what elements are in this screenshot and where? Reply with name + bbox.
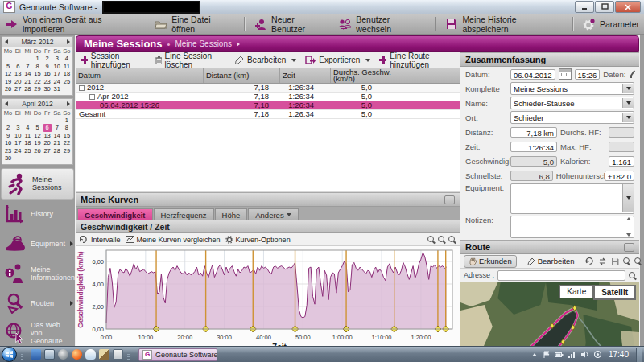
battery-icon[interactable] — [555, 352, 564, 358]
table-row[interactable]: Apr 20127,181:26:345,0 — [76, 93, 460, 101]
calendar-next-button[interactable] — [64, 101, 72, 106]
map-button-karte[interactable]: Karte — [559, 285, 593, 298]
calendar-day[interactable]: 24 — [13, 147, 23, 155]
sidebar-item-equipment[interactable]: Equipment — [0, 229, 75, 259]
calendar-day[interactable]: 22 — [32, 78, 42, 86]
action-center-flag-icon[interactable] — [543, 351, 550, 359]
firefox-icon[interactable] — [72, 349, 82, 360]
calendar-day[interactable]: 7 — [23, 63, 32, 71]
zoom-out-icon[interactable] — [438, 236, 445, 243]
calendar-day[interactable]: 6 — [43, 124, 52, 132]
date-field[interactable]: 06.04.2012 — [510, 69, 555, 80]
calendar-day[interactable]: 3 — [13, 124, 23, 132]
calendar-day[interactable]: 27 — [13, 85, 23, 93]
collapse-icon[interactable] — [79, 85, 85, 91]
tray-app-icon[interactable] — [594, 351, 601, 358]
select-arrow-icon[interactable] — [622, 184, 634, 212]
calendar-day[interactable]: 14 — [23, 70, 32, 78]
sidebar-item-history[interactable]: History — [0, 200, 75, 229]
save-history-button[interactable]: Meine Historie abspeichern — [444, 14, 564, 34]
calendar-day[interactable]: 16 — [43, 70, 52, 78]
calendar-day[interactable]: 13 — [13, 70, 23, 78]
distanz-field[interactable]: 7,18 km — [510, 127, 557, 138]
display-icon[interactable] — [44, 349, 55, 360]
select-arrow-icon[interactable] — [622, 113, 634, 122]
calendar-day[interactable]: 30 — [43, 85, 52, 93]
select-arrow-icon[interactable] — [622, 84, 634, 93]
detach-icon[interactable] — [624, 243, 634, 252]
calendar-day[interactable]: 9 — [43, 63, 52, 71]
address-search-icon[interactable] — [629, 272, 636, 279]
calendar-day[interactable]: 11 — [62, 63, 72, 71]
sidebar-item-das-web-von-geonaute[interactable]: Das Web von Geonaute — [0, 319, 75, 348]
calendar-day[interactable]: 25 — [23, 147, 32, 155]
add-session-button[interactable]: Session hinzufügen — [80, 51, 147, 69]
column-header-geschw[interactable]: Durchs. Geschw. (km/h) — [331, 68, 394, 83]
blue-app-icon[interactable] — [31, 349, 41, 360]
calendar-day[interactable]: 4 — [23, 124, 32, 132]
calendar-prev-button[interactable] — [2, 39, 10, 44]
calendar-day[interactable]: 11 — [23, 132, 32, 140]
address-input[interactable] — [497, 270, 625, 281]
calendar-day[interactable]: 3 — [52, 55, 62, 63]
calendar-day[interactable]: 13 — [43, 132, 52, 140]
show-desktop-button[interactable] — [636, 348, 642, 362]
edit-route-button[interactable]: Bearbeiten — [523, 256, 579, 267]
sidebar-item-meine-sessions[interactable]: Meine Sessions — [1, 168, 74, 200]
zeit-field[interactable]: 1:26:34 — [510, 142, 557, 152]
restore-button[interactable] — [595, 1, 614, 13]
delete-session-button[interactable]: Eine Session löschen — [155, 51, 226, 69]
calendar-day[interactable]: 12 — [3, 70, 13, 78]
max-hf-field[interactable] — [609, 142, 634, 152]
tab-herzfrequenz[interactable]: Herzfrequenz — [154, 208, 214, 220]
switch-user-button[interactable]: Benutzer wechseln — [338, 14, 427, 34]
curve-options-button[interactable]: Kurven-Optionen — [225, 236, 291, 244]
calendar-day[interactable]: 7 — [52, 124, 62, 132]
komplette-select[interactable]: Meine Sessions — [510, 82, 634, 95]
equipment-field[interactable] — [510, 183, 634, 214]
calendar-day[interactable]: 4 — [62, 55, 72, 63]
calendar-day[interactable]: 18 — [23, 139, 32, 147]
calendar-day[interactable]: 5 — [32, 124, 42, 132]
column-header-datum[interactable]: Datum — [76, 68, 204, 83]
start-button[interactable] — [2, 347, 17, 362]
calendar-day[interactable]: 19 — [32, 139, 42, 147]
calendar-day[interactable]: 19 — [3, 78, 13, 86]
taskbar-clock[interactable]: 17:40 — [609, 350, 629, 359]
column-header-zeit[interactable]: Zeit — [280, 68, 331, 83]
sphere-icon[interactable] — [58, 349, 68, 360]
calendar-day[interactable]: 23 — [3, 147, 13, 155]
sidebar-item-routen[interactable]: Routen — [0, 289, 75, 319]
calendar-day[interactable]: 15 — [32, 70, 42, 78]
durchs-hf-field[interactable] — [609, 127, 634, 138]
map-button-satellit[interactable]: Satellit — [593, 285, 636, 300]
calendar-day[interactable]: 15 — [62, 132, 72, 140]
tab-hoehe[interactable]: Höhe — [215, 208, 248, 220]
calendar-day[interactable]: 1 — [32, 55, 42, 63]
mail-icon[interactable] — [113, 349, 123, 360]
calendar-day[interactable]: 24 — [52, 78, 62, 86]
calendar-day[interactable]: 30 — [3, 154, 13, 162]
table-row[interactable]: 06.04.2012 15:267,181:26:345,0 — [76, 101, 460, 110]
minimize-button[interactable] — [575, 1, 594, 13]
import-from-device-button[interactable]: Von einem Gerät aus importieren — [5, 14, 146, 34]
speed-chart[interactable]: 0,002,004,006,000:0010:0020:0030:0040:00… — [76, 246, 460, 352]
ort-select[interactable]: Schieder — [510, 111, 634, 124]
network-signal-icon[interactable] — [568, 351, 576, 358]
kalorien-field[interactable]: 1.161 — [609, 156, 634, 167]
new-user-button[interactable]: Neuer Benutzer — [254, 14, 330, 34]
calendar-next-button[interactable] — [64, 39, 72, 44]
calendar-day[interactable]: 12 — [32, 132, 42, 140]
time-field[interactable]: 15:26 — [575, 69, 601, 80]
calendar-day[interactable]: 8 — [32, 63, 42, 71]
calendar-day[interactable]: 21 — [52, 139, 62, 147]
calendar-day[interactable]: 23 — [43, 78, 52, 86]
calendar-day[interactable]: 25 — [62, 78, 72, 86]
parameter-button[interactable]: Parameter — [582, 19, 639, 31]
calendar-day[interactable]: 29 — [62, 147, 72, 155]
collapse-icon[interactable] — [89, 94, 95, 100]
refresh-icon[interactable] — [598, 257, 607, 265]
speaker-icon[interactable] — [581, 351, 589, 358]
calendar-day[interactable]: 31 — [52, 85, 62, 93]
table-row[interactable]: 20127,181:26:345,0 — [76, 84, 460, 93]
